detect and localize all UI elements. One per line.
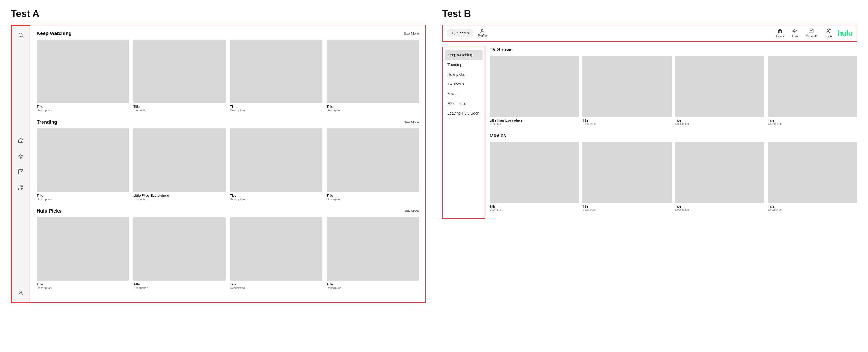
card-desc: Description (230, 286, 322, 289)
card-row-tv-shows: Little Fires Everywhere Description Titl… (490, 56, 857, 125)
social-icon[interactable] (17, 184, 25, 191)
section-header-hulu-picks: Hulu Picks See More (37, 209, 419, 214)
svg-line-8 (454, 34, 455, 35)
nav-item-social[interactable]: Social (824, 28, 833, 38)
sidebar-b: Keep watching Trending Hulu picks TV sho… (442, 47, 485, 219)
svg-point-12 (827, 29, 829, 31)
card-title: Title (327, 104, 419, 108)
card[interactable]: Title Description (327, 128, 419, 200)
card-title: Title (37, 282, 129, 286)
profile-icon (480, 29, 485, 33)
card-title: Title (675, 119, 765, 122)
section-movies: Movies Title Description Title Descripti… (490, 133, 857, 211)
card-desc: Description (327, 198, 419, 201)
nav-item-live[interactable]: Live (792, 28, 798, 38)
card-desc: Description (490, 209, 579, 211)
main-content-b: TV Shows Little Fires Everywhere Descrip… (490, 47, 857, 219)
search-icon (452, 31, 455, 35)
card[interactable]: Title Description (768, 56, 857, 125)
mylist-icon[interactable] (17, 168, 25, 175)
card-thumbnail (327, 217, 419, 281)
live-icon (792, 28, 798, 33)
card[interactable]: Title Description (230, 217, 322, 289)
card-thumbnail (327, 40, 419, 103)
card[interactable]: Title Description (582, 142, 671, 211)
card-thumbnail (230, 40, 322, 103)
card[interactable]: Title Description (37, 128, 129, 200)
sidebar-b-item-movies[interactable]: Movies (443, 89, 485, 99)
card[interactable]: Title Description (675, 142, 765, 211)
card-title: Title (582, 119, 671, 122)
card-desc: Description (133, 286, 225, 289)
card-thumbnail (768, 56, 857, 117)
section-tv-shows: TV Shows Little Fires Everywhere Descrip… (490, 47, 857, 125)
sidebar-b-item-hulu-picks[interactable]: Hulu picks (443, 69, 485, 79)
card-desc: Description (37, 198, 129, 201)
card[interactable]: Title Description (327, 217, 419, 289)
test-b-label: Test B (442, 8, 857, 20)
test-a-layout: Keep Watching See More Title Description… (11, 25, 426, 303)
card-title: Title (133, 282, 225, 286)
card[interactable]: Title Description (327, 40, 419, 112)
card[interactable]: Title Description (133, 40, 225, 112)
sidebar-b-item-keep-watching[interactable]: Keep watching (445, 50, 483, 60)
card-thumbnail (490, 142, 579, 203)
card[interactable]: Title Description (582, 56, 671, 125)
card-thumbnail (675, 142, 765, 203)
card-thumbnail (768, 142, 857, 203)
sidebar-b-item-tv-shows[interactable]: TV shows (443, 79, 485, 89)
card[interactable]: Title Description (133, 217, 225, 289)
search-button[interactable]: Search (447, 29, 473, 37)
sidebar-b-item-fx-on-hulu[interactable]: FX on Hulu (443, 99, 485, 108)
card-thumbnail (230, 217, 322, 281)
live-icon[interactable] (17, 152, 25, 160)
card[interactable]: Little Fires Everywhere Description (490, 56, 579, 125)
card-thumbnail (327, 128, 419, 192)
page-wrapper: Test A (11, 8, 857, 303)
svg-point-6 (20, 291, 22, 293)
test-b-panel: Test B Search Profile (442, 8, 857, 219)
sidebar-b-item-trending[interactable]: Trending (443, 60, 485, 69)
card-desc: Description (37, 286, 129, 289)
profile-icon[interactable] (17, 289, 25, 296)
card-thumbnail (230, 128, 322, 192)
card[interactable]: Title Description (490, 142, 579, 211)
card-title: Title (327, 194, 419, 198)
card-desc: Description (675, 209, 765, 211)
card-title: Title (37, 194, 129, 198)
card-thumbnail (37, 128, 129, 192)
home-icon (777, 28, 783, 33)
card-thumbnail (582, 142, 671, 203)
card-desc: Description (37, 108, 129, 112)
card[interactable]: Title Description (230, 40, 322, 112)
nav-item-home[interactable]: Home (776, 28, 784, 38)
card-desc: Description (327, 108, 419, 112)
card[interactable]: Little Fires Everywhere Description (133, 128, 225, 200)
profile-nav-item[interactable]: Profile (478, 29, 487, 38)
card-thumbnail (133, 128, 225, 192)
nav-item-mystuff[interactable]: My stuff (805, 28, 817, 38)
card-title: Title (327, 282, 419, 286)
card-thumbnail (37, 217, 129, 281)
card-desc: Description (582, 122, 671, 125)
home-icon[interactable] (17, 137, 25, 144)
see-more-hulu-picks[interactable]: See More (404, 209, 419, 213)
search-icon[interactable] (17, 31, 25, 39)
card[interactable]: Title Description (37, 217, 129, 289)
svg-point-13 (830, 29, 830, 30)
main-content-a: Keep Watching See More Title Description… (30, 25, 425, 302)
card-desc: Description (230, 198, 322, 201)
card[interactable]: Title Description (37, 40, 129, 112)
sidebar-b-item-leaving-hulu-soon[interactable]: Leaving Hulu Soon (443, 108, 485, 118)
see-more-trending[interactable]: See More (404, 120, 419, 124)
svg-line-1 (22, 36, 23, 37)
card-desc: Description (675, 122, 765, 125)
card[interactable]: Title Description (675, 56, 765, 125)
svg-rect-2 (20, 141, 22, 142)
section-header-keep-watching: Keep Watching See More (37, 31, 419, 36)
card-title: Title (675, 204, 765, 209)
see-more-keep-watching[interactable]: See More (404, 32, 419, 36)
card[interactable]: Title Description (230, 128, 322, 200)
card-title: Title (768, 204, 857, 209)
card[interactable]: Title Description (768, 142, 857, 211)
